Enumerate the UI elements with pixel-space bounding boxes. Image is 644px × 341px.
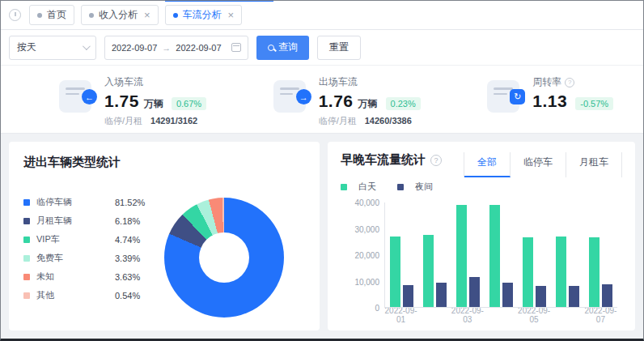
search-button[interactable]: 查询 bbox=[256, 36, 309, 60]
tab-label: 收入分析 bbox=[99, 8, 138, 22]
stat-sub-label: 临停/月租 bbox=[319, 116, 357, 126]
bar-夜间[interactable] bbox=[436, 283, 447, 307]
bar-legend-item[interactable]: 白天 bbox=[341, 181, 376, 193]
legend-item[interactable]: 月租车辆6.18% bbox=[23, 211, 157, 230]
exit-icon: → bbox=[296, 89, 311, 104]
bar-白天[interactable] bbox=[589, 237, 600, 307]
legend-value: 6.18% bbox=[115, 216, 157, 226]
calendar-icon bbox=[231, 43, 241, 52]
document-icon: → bbox=[273, 80, 306, 113]
legend-value: 3.63% bbox=[115, 272, 157, 282]
close-icon[interactable]: × bbox=[144, 10, 150, 20]
bar-chart-tabs: 全部临停车月租车 bbox=[464, 152, 622, 177]
stat-title: 出场车流 bbox=[319, 75, 421, 89]
stat-value: 1.13 bbox=[532, 92, 567, 111]
reset-button[interactable]: 重置 bbox=[317, 36, 361, 60]
range-arrow-icon: → bbox=[162, 43, 171, 53]
legend-item[interactable]: 临停车辆81.52% bbox=[23, 193, 157, 211]
bar-白天[interactable] bbox=[523, 237, 533, 307]
stats-row: ←入场车流1.75万辆0.67%临停/月租14291/3162→出场车流1.76… bbox=[1, 66, 643, 134]
legend-value: 4.74% bbox=[115, 235, 157, 245]
stat-sub-label: 临停/月租 bbox=[104, 116, 142, 126]
document-icon: ↻ bbox=[487, 80, 519, 113]
bar-白天[interactable] bbox=[423, 235, 434, 307]
enter-icon: ← bbox=[82, 89, 97, 104]
legend-label: VIP车 bbox=[36, 233, 115, 245]
turnover-icon: ↻ bbox=[510, 89, 525, 104]
reset-button-label: 重置 bbox=[329, 40, 349, 54]
stat-subline: 临停/月租14291/3162 bbox=[104, 115, 206, 127]
bar-夜间[interactable] bbox=[569, 286, 579, 307]
tab-车流分析[interactable]: 车流分析× bbox=[165, 5, 243, 25]
bar-夜间[interactable] bbox=[602, 284, 612, 307]
bar-白天[interactable] bbox=[489, 205, 500, 307]
history-clock-icon[interactable] bbox=[9, 9, 21, 21]
bar-tab-临停车[interactable]: 临停车 bbox=[511, 152, 566, 177]
legend-item[interactable]: 免费车3.39% bbox=[23, 249, 157, 267]
stat-value: 1.76 bbox=[319, 92, 354, 111]
info-icon[interactable]: ? bbox=[565, 78, 574, 87]
bar-夜间[interactable] bbox=[502, 283, 513, 307]
bar-白天[interactable] bbox=[556, 237, 566, 307]
y-tick-label: 10,000 bbox=[342, 277, 379, 286]
info-icon[interactable]: ? bbox=[430, 155, 442, 166]
date-end: 2022-09-07 bbox=[176, 43, 221, 53]
bar-白天[interactable] bbox=[390, 237, 400, 307]
tab-dot-icon bbox=[173, 13, 178, 18]
search-icon bbox=[268, 45, 274, 51]
stat-value: 1.75 bbox=[104, 92, 139, 111]
tab-收入分析[interactable]: 收入分析× bbox=[81, 5, 159, 25]
legend-label: 临停车辆 bbox=[36, 196, 115, 208]
legend-item[interactable]: 其他0.54% bbox=[23, 286, 157, 305]
bar-夜间[interactable] bbox=[403, 285, 413, 307]
y-tick-label: 20,000 bbox=[342, 251, 379, 260]
close-icon[interactable]: × bbox=[228, 10, 235, 20]
stat-card: ←入场车流1.75万辆0.67%临停/月租14291/3162 bbox=[1, 66, 215, 133]
pie-legend: 临停车辆81.52%月租车辆6.18%VIP车4.74%免费车3.39%未知3.… bbox=[23, 193, 157, 318]
bar-夜间[interactable] bbox=[469, 277, 480, 307]
legend-swatch bbox=[23, 199, 30, 206]
content-area: 进出车辆类型统计 临停车辆81.52%月租车辆6.18%VIP车4.74%免费车… bbox=[1, 134, 643, 339]
bar-tab-月租车[interactable]: 月租车 bbox=[566, 152, 622, 177]
bar-tab-全部[interactable]: 全部 bbox=[464, 152, 511, 177]
tab-首页[interactable]: 首页 bbox=[29, 5, 74, 25]
bar-legend-item[interactable]: 夜间 bbox=[397, 181, 433, 193]
stat-card: →出场车流1.76万辆0.23%临停/月租14260/3386 bbox=[215, 66, 430, 133]
search-button-label: 查询 bbox=[278, 40, 298, 54]
document-icon: ← bbox=[59, 80, 91, 113]
bar-group bbox=[551, 202, 584, 307]
tab-dot-icon bbox=[37, 13, 42, 18]
legend-value: 0.54% bbox=[115, 291, 157, 301]
app-window: 首页收入分析×车流分析× 按天 2022-09-07 → 2022-09-07 … bbox=[0, 0, 644, 341]
stat-value-line: 1.13-0.57% bbox=[532, 92, 613, 111]
bar-group bbox=[418, 202, 451, 307]
legend-item[interactable]: VIP车4.74% bbox=[23, 230, 157, 249]
stat-value-line: 1.76万辆0.23% bbox=[319, 92, 421, 111]
legend-swatch bbox=[23, 218, 30, 224]
day-night-card-head: 早晚车流量统计 ? 全部临停车月租车 bbox=[341, 152, 622, 177]
bar-legend: 白天夜间 bbox=[341, 181, 622, 193]
legend-item[interactable]: 未知3.63% bbox=[23, 267, 157, 286]
stat-title: 周转率? bbox=[532, 75, 613, 89]
legend-label: 未知 bbox=[36, 271, 115, 283]
bar-group bbox=[485, 202, 518, 307]
y-tick-label: 30,000 bbox=[342, 224, 379, 233]
bar-legend-label: 夜间 bbox=[415, 181, 433, 193]
plot-area bbox=[384, 202, 617, 308]
legend-label: 免费车 bbox=[36, 252, 115, 264]
donut-chart bbox=[164, 198, 284, 318]
y-tick-label: 40,000 bbox=[342, 198, 379, 207]
granularity-select[interactable]: 按天 bbox=[9, 36, 96, 60]
legend-swatch bbox=[23, 237, 30, 243]
bar-夜间[interactable] bbox=[536, 286, 546, 307]
granularity-value: 按天 bbox=[17, 40, 36, 54]
x-tick-label: 2022-09-01 bbox=[384, 306, 417, 324]
stat-change-badge: 0.67% bbox=[172, 97, 206, 110]
bar-白天[interactable] bbox=[456, 205, 467, 307]
stat-body: 入场车流1.75万辆0.67%临停/月租14291/3162 bbox=[104, 75, 206, 133]
tab-label: 车流分析 bbox=[183, 8, 222, 22]
y-tick-label: 0 bbox=[342, 304, 379, 313]
date-range-picker[interactable]: 2022-09-07 → 2022-09-07 bbox=[104, 36, 248, 60]
legend-swatch bbox=[23, 292, 30, 299]
x-tick-label: 2022-09-07 bbox=[584, 306, 617, 324]
